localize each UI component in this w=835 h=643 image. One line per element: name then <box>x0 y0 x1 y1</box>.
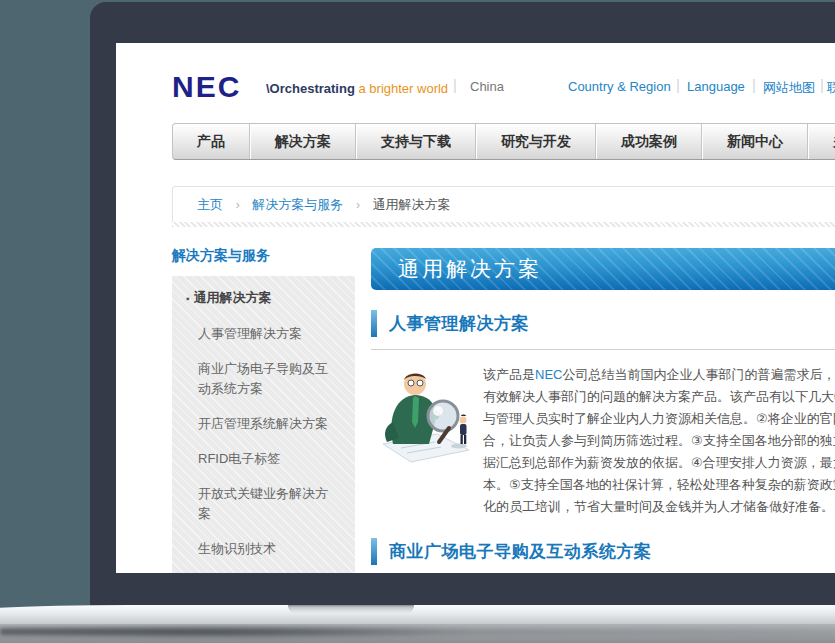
hr-illustration <box>377 364 473 472</box>
section2-title[interactable]: 商业广场电子导购及互动系统方案 <box>389 540 652 563</box>
header-divider: | <box>676 76 680 93</box>
nav-item[interactable]: 支持与下载 <box>356 124 476 159</box>
breadcrumb: 主页 › 解决方案与服务 › 通用解决方案 <box>172 186 835 222</box>
breadcrumb-chevron-icon: › <box>356 198 360 212</box>
site-header: NEC \Orchestrating a brighter world | Ch… <box>172 43 835 119</box>
breadcrumb-current: 通用解决方案 <box>373 197 451 212</box>
paragraph-line: 化的员工培训，节省大量时间及金钱并为人才储备做好准备。 <box>483 496 835 518</box>
sidebar-item[interactable]: ▪生物识别技术 <box>186 539 338 559</box>
page-title: 通用解决方案 <box>398 257 542 280</box>
tagline-orchestrating: \Orchestrating <box>266 81 355 96</box>
heading-accent-bar <box>371 538 377 565</box>
sidebar-item[interactable]: ▪通用解决方案 <box>186 288 338 309</box>
paragraph-lines: 有效解决人事部门的问题的解决方案产品。该产品有以下几大特与管理人员实时了解企业内… <box>483 386 835 518</box>
paragraph-line: 该产品是NEC公司总结当前国内企业人事部门的普遍需求后，研 <box>483 364 835 386</box>
main-content: 通用解决方案 人事管理解决方案 <box>371 248 835 573</box>
paragraph-line: 合，让负责人参与到简历筛选过程。③支持全国各地分部的独立 <box>483 430 835 452</box>
region-label: China <box>470 79 504 94</box>
header-divider: | <box>820 76 824 93</box>
laptop-base <box>0 605 835 624</box>
browser-screen: NEC \Orchestrating a brighter world | Ch… <box>116 43 835 573</box>
section-heading: 人事管理解决方案 <box>371 310 835 350</box>
nec-brand-link[interactable]: NEC <box>535 367 562 382</box>
sidebar-item[interactable]: ▪RFID电子标签 <box>186 449 338 469</box>
laptop-shadow-left <box>0 626 480 638</box>
section1-body: 该产品是NEC公司总结当前国内企业人事部门的普遍需求后，研 有效解决人事部门的问… <box>371 364 835 518</box>
sidebar-menu: ▪通用解决方案 ▪人事管理解决方案 ▪商业广场电子导购及互动系统方案 ▪开店管理… <box>172 276 355 573</box>
bullet-icon: ▪ <box>186 293 190 304</box>
sidebar-item[interactable]: ▪商业广场电子导购及互动系统方案 <box>186 359 338 399</box>
sidebar-title: 解决方案与服务 <box>172 247 270 265</box>
main-nav: 产品解决方案支持与下载研究与开发成功案例新闻中心关于NEC <box>172 123 835 160</box>
paragraph-line: 本。⑤支持全国各地的社保计算，轻松处理各种复杂的薪资政策 <box>483 474 835 496</box>
breadcrumb-home-link[interactable]: 主页 <box>197 197 223 212</box>
header-divider: | <box>453 76 457 93</box>
breadcrumb-hatch-divider <box>172 222 835 227</box>
breadcrumb-section-link[interactable]: 解决方案与服务 <box>252 197 343 212</box>
nav-item[interactable]: 新闻中心 <box>702 124 808 159</box>
country-region-link[interactable]: Country & Region <box>568 79 671 94</box>
nav-item[interactable]: 关于NEC <box>808 124 835 159</box>
language-link[interactable]: Language <box>687 79 745 94</box>
laptop-lid-notch <box>288 605 414 613</box>
sidebar-item[interactable]: ▪人事管理解决方案 <box>186 324 338 344</box>
nav-item[interactable]: 产品 <box>173 124 250 159</box>
heading-accent-bar <box>371 310 377 337</box>
section-heading: 商业广场电子导购及互动系统方案 <box>371 538 835 573</box>
tagline-brighter-world: a brighter world <box>358 81 448 96</box>
paragraph-line: 与管理人员实时了解企业内人力资源相关信息。②将企业的官网 <box>483 408 835 430</box>
sidebar-item[interactable]: ▪开店管理系统解决方案 <box>186 414 338 434</box>
nav-item[interactable]: 解决方案 <box>250 124 356 159</box>
paragraph-line: 据汇总到总部作为薪资发放的依据。④合理安排人力资源，最大 <box>483 452 835 474</box>
brand-tagline: \Orchestrating a brighter world <box>266 81 448 96</box>
contact-link[interactable]: 联系方式 <box>827 79 835 97</box>
page-title-banner: 通用解决方案 <box>371 248 835 290</box>
sidebar-item[interactable]: ▪开放式关键业务解决方案 <box>186 484 338 524</box>
text: 该产品是 <box>483 367 535 382</box>
section1-paragraph: 该产品是NEC公司总结当前国内企业人事部门的普遍需求后，研 有效解决人事部门的问… <box>483 364 835 518</box>
nav-item[interactable]: 成功案例 <box>596 124 702 159</box>
nav-item[interactable]: 研究与开发 <box>476 124 596 159</box>
laptop-mockup: NEC \Orchestrating a brighter world | Ch… <box>0 0 835 643</box>
paragraph-line: 有效解决人事部门的问题的解决方案产品。该产品有以下几大特 <box>483 386 835 408</box>
section1-title[interactable]: 人事管理解决方案 <box>389 312 529 335</box>
nec-logo[interactable]: NEC <box>172 70 241 104</box>
breadcrumb-chevron-icon: › <box>236 198 240 212</box>
sitemap-link[interactable]: 网站地图 <box>763 79 815 97</box>
text: 公司总结当前国内企业人事部门的普遍需求后，研 <box>562 367 835 382</box>
header-divider: | <box>752 76 756 93</box>
